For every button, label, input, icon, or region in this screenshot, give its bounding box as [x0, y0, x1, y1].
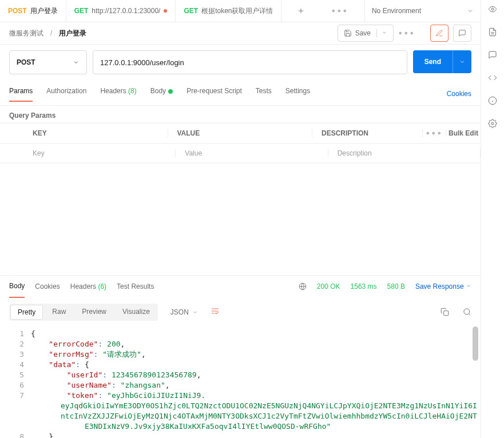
globe-icon[interactable]: [299, 282, 307, 290]
body-label: Body: [150, 87, 166, 95]
table-row[interactable]: Key Value Description: [0, 144, 481, 164]
environment-selector[interactable]: No Environment: [364, 0, 481, 22]
resp-headers-count: (6): [98, 282, 106, 290]
new-tab-button[interactable]: [281, 0, 320, 22]
right-rail: [481, 0, 504, 438]
comment-icon: [458, 29, 466, 37]
column-options-button[interactable]: ∘∘∘: [426, 129, 443, 137]
status-code: 200 OK: [317, 282, 340, 290]
description-input[interactable]: Description: [328, 149, 481, 157]
breadcrumb-sep: /: [50, 29, 52, 37]
method-value: POST: [17, 58, 35, 66]
tab-settings[interactable]: Settings: [285, 87, 310, 101]
tab-get-user-by-token[interactable]: GET 根据token获取用户详情: [176, 0, 281, 22]
tab-user-login[interactable]: POST 用户登录: [0, 0, 66, 22]
tab-prerequest[interactable]: Pre-request Script: [186, 87, 242, 101]
tab-title: 根据token获取用户详情: [201, 6, 273, 16]
send-dropdown[interactable]: [453, 50, 471, 73]
comments-icon[interactable]: [488, 50, 497, 59]
view-visualize[interactable]: Visualize: [114, 304, 158, 321]
chevron-down-icon: [73, 59, 80, 66]
svg-rect-1: [444, 311, 449, 316]
tab-http-local[interactable]: GET http://127.0.0.1:23000/: [66, 0, 176, 22]
svg-point-2: [464, 309, 470, 314]
response-toolbar: Pretty Raw Preview Visualize JSON: [0, 297, 481, 326]
chevron-down-icon: [382, 30, 387, 35]
environment-label: No Environment: [372, 7, 421, 15]
tab-title: 用户登录: [30, 6, 58, 16]
docs-icon[interactable]: [488, 27, 497, 37]
tab-authorization[interactable]: Authorization: [46, 87, 86, 101]
th-value: VALUE: [168, 129, 313, 137]
response-tabs: Body Cookies Headers (6) Test Results 20…: [0, 275, 481, 297]
tab-params[interactable]: Params: [9, 87, 33, 102]
save-icon: [344, 29, 352, 37]
resp-tab-testresults[interactable]: Test Results: [117, 276, 154, 297]
url-input[interactable]: 127.0.0.1:9000/user/login: [93, 50, 407, 74]
th-key: KEY: [23, 129, 168, 137]
search-icon[interactable]: [463, 308, 471, 316]
request-subtabs: Params Authorization Headers (8) Body Pr…: [0, 77, 481, 106]
response-time: 1563 ms: [351, 282, 377, 290]
svg-point-5: [491, 122, 494, 125]
url-value: 127.0.0.1:9000/user/login: [100, 58, 184, 67]
chevron-down-icon: [192, 309, 198, 315]
settings-icon[interactable]: [488, 119, 497, 128]
breadcrumb-current: 用户登录: [59, 29, 86, 38]
save-button[interactable]: Save: [338, 25, 394, 42]
unsaved-dot-icon: [164, 9, 167, 13]
copy-icon[interactable]: [440, 308, 449, 316]
eye-icon[interactable]: [488, 5, 497, 14]
method-badge: POST: [8, 7, 27, 15]
value-input[interactable]: Value: [176, 149, 328, 157]
query-params-table: KEY VALUE DESCRIPTION ∘∘∘ Bulk Edit Key …: [0, 123, 481, 164]
breadcrumb-parent[interactable]: 微服务测试: [9, 29, 43, 38]
chevron-down-icon: [467, 7, 474, 14]
pencil-icon: [435, 29, 443, 37]
url-bar: POST 127.0.0.1:9000/user/login Send: [0, 45, 481, 77]
view-mode-segment: Pretty Raw Preview Visualize: [9, 304, 158, 321]
method-select[interactable]: POST: [9, 50, 87, 74]
save-dropdown[interactable]: [376, 29, 387, 37]
scrollbar[interactable]: [473, 326, 478, 361]
bulk-edit-button[interactable]: Bulk Edit: [449, 129, 478, 137]
comment-button[interactable]: [453, 25, 471, 42]
code-icon[interactable]: [488, 73, 497, 82]
view-pretty[interactable]: Pretty: [10, 305, 43, 320]
tab-tests[interactable]: Tests: [256, 87, 272, 101]
resp-tab-cookies[interactable]: Cookies: [35, 276, 59, 297]
send-label: Send: [413, 50, 453, 73]
breadcrumb-bar: 微服务测试 / 用户登录 Save ∘∘∘: [0, 22, 481, 45]
tab-headers[interactable]: Headers (8): [100, 87, 136, 101]
save-response-button[interactable]: Save Response: [415, 282, 471, 290]
chevron-down-icon: [459, 58, 466, 65]
info-icon[interactable]: [488, 96, 497, 105]
send-button[interactable]: Send: [413, 50, 471, 73]
svg-point-3: [491, 8, 494, 10]
headers-label: Headers: [100, 87, 126, 95]
tab-body[interactable]: Body: [150, 87, 173, 101]
cookies-link[interactable]: Cookies: [447, 90, 471, 98]
resp-tab-headers[interactable]: Headers (6): [70, 276, 106, 297]
chevron-down-icon: [466, 283, 471, 289]
wrap-icon: [211, 306, 220, 316]
format-select[interactable]: JSON: [165, 305, 204, 320]
response-size: 580 B: [387, 282, 405, 290]
save-response-label: Save Response: [415, 282, 464, 290]
edit-button[interactable]: [430, 25, 449, 42]
method-badge: GET: [74, 7, 89, 15]
request-tabs: POST 用户登录 GET http://127.0.0.1:23000/ GE…: [0, 0, 481, 22]
view-raw[interactable]: Raw: [44, 304, 74, 321]
more-actions-button[interactable]: ∘∘∘: [398, 29, 415, 37]
tabs-more-button[interactable]: ∘∘∘: [320, 0, 359, 22]
response-body[interactable]: 1{ 2 "errorCode": 200, 3 "errorMsg": "请求…: [0, 326, 481, 438]
table-header-row: KEY VALUE DESCRIPTION ∘∘∘ Bulk Edit: [0, 124, 481, 144]
format-label: JSON: [170, 308, 189, 316]
method-badge: GET: [184, 7, 198, 15]
headers-count: (8): [128, 87, 137, 95]
resp-tab-body[interactable]: Body: [9, 275, 25, 298]
wrap-lines-button[interactable]: [206, 303, 224, 321]
resp-headers-label: Headers: [70, 282, 96, 290]
key-input[interactable]: Key: [23, 149, 176, 157]
view-preview[interactable]: Preview: [74, 304, 114, 321]
